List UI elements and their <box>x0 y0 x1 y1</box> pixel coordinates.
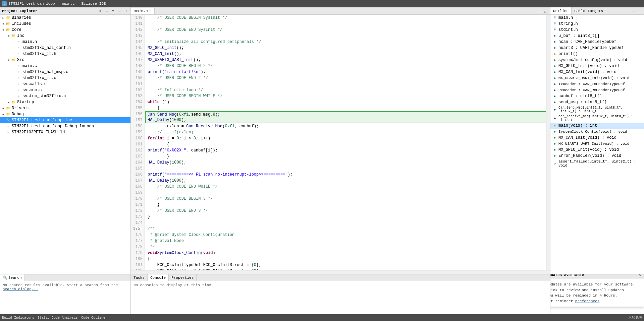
title-text: STM32F1_test_can_loop - main.c - Eclipse… <box>8 2 106 6</box>
tree-item-system[interactable]: ▶ ▪ system_stm32f1xx.c <box>0 93 130 99</box>
tab-close-icon[interactable]: × <box>149 9 151 13</box>
outline-func-icon-uart2: ◆ <box>552 141 557 146</box>
outline-item-can-receive[interactable]: ◆ can_receive_msg(uint32_t, uint8_t*) : … <box>550 114 644 123</box>
system-label: system_stm32f1xx.c <box>22 94 66 99</box>
tab-build-targets[interactable]: Build Targets <box>572 7 606 14</box>
code-line-149: printf("main start!\n"); <box>145 69 546 75</box>
minimize-panel-button[interactable]: — <box>117 8 122 14</box>
outline-item-txheader-label: TxHeader : CAN_TxHeaderTypeDef <box>558 82 625 86</box>
outline-item-u-buf[interactable]: ● u_buf : uint8_t[] <box>550 33 644 39</box>
console-no-display-text: No consoles to display at this time. <box>133 283 213 287</box>
outline-item-gpio-label: MX_GPIO_Init(void) : void <box>558 64 619 68</box>
ln-164: 164 <box>131 159 145 166</box>
outline-item-canbuf-label: canbuf : uint8_t[] <box>558 94 602 99</box>
outline-item-hcan[interactable]: ● hcan : CAN_HandleTypeDef <box>550 39 644 45</box>
outline-item-stdint-h[interactable]: # stdint.h <box>550 27 644 33</box>
notification-close-button[interactable]: × <box>639 274 641 277</box>
outline-include-icon-1: # <box>552 15 557 20</box>
ln-154: 154 <box>131 99 145 105</box>
outline-item-rxheader[interactable]: ● RxHeader : CAN_RxHeaderTypeDef <box>550 87 644 93</box>
tree-item-syscalls[interactable]: ▶ ▪ syscalls.c <box>0 81 130 87</box>
outline-item-can-init2[interactable]: ◆ MX_CAN_Init(void) : void <box>550 135 644 141</box>
ln-142: 142 <box>131 27 145 33</box>
status-right: 玩转龙虎 <box>629 315 642 320</box>
tree-item-drivers[interactable]: ▶ 📁 Drivers <box>0 105 130 111</box>
outline-item-hcan-label: hcan : CAN_HandleTypeDef <box>558 40 616 44</box>
outline-maximize-button[interactable]: □ <box>637 8 643 14</box>
outline-minimize-button[interactable]: — <box>631 8 637 14</box>
ln-162: 162 <box>131 147 145 153</box>
outline-item-assert-failed[interactable]: ◇ assert_failed(uint8_t*, uint32_t) : vo… <box>550 159 644 168</box>
outline-item-sysclock[interactable]: ◆ SystemClock_Config(void) : void <box>550 57 644 63</box>
collapse-all-button[interactable]: ≡ <box>98 8 103 14</box>
tree-item-startup[interactable]: ▶ 📁 Startup <box>0 99 130 105</box>
code-line-181: RCC_OscInitTypeDef RCC_OscInitStruct = {… <box>145 262 546 268</box>
editor-vertical-scrollbar[interactable] <box>546 15 550 270</box>
tree-item-binaries[interactable]: ▶ 📁 Binaries <box>0 15 130 21</box>
editor-horizontal-scrollbar[interactable] <box>131 270 550 274</box>
outline-item-main[interactable]: ● main(void) : int <box>550 123 644 129</box>
outline-item-uart-init2[interactable]: ◆ MX_USART3_UART_Init(void) : void <box>550 141 644 147</box>
tree-item-main-h[interactable]: ▶ ▪ main.h <box>0 39 130 45</box>
maximize-panel-button[interactable]: □ <box>123 8 128 14</box>
status-item-2: Static Code Analysis <box>38 316 78 320</box>
startup-folder-icon: 📁 <box>11 100 16 105</box>
search-dialog-link[interactable]: search dialog... <box>3 287 38 291</box>
outline-item-txheader[interactable]: ● TxHeader : CAN_TxHeaderTypeDef <box>550 81 644 87</box>
tree-item-sysmem[interactable]: ▶ ▪ sysmem.c <box>0 87 130 93</box>
tree-item-includes[interactable]: ▼ 📂 Includes <box>0 21 130 27</box>
outline-item-can-init[interactable]: ◆ MX_CAN_Init(void) : void <box>550 69 644 75</box>
tree-item-core[interactable]: ▼ 📂 Core <box>0 27 130 33</box>
outline-item-can-send[interactable]: ◆ Can_Send_Msg(uint32_t, uint8_t*, uint3… <box>550 105 644 114</box>
outline-item-canbuf[interactable]: ● canbuf : uint8_t[] <box>550 93 644 99</box>
properties-tab[interactable]: Properties <box>169 274 197 281</box>
tree-item-debug[interactable]: ▶ 📁 Debug <box>0 111 130 117</box>
code-line-142: /* USER CODE END SysInit */ <box>145 27 546 33</box>
link-with-editor-button[interactable]: ⇔ <box>104 8 109 14</box>
tree-item-main-c[interactable]: ▶ ▪ main.c <box>0 63 130 69</box>
ln-155: 155 <box>131 105 145 111</box>
editor-tab-main-c[interactable]: main.c × <box>131 8 155 14</box>
tree-item-launch[interactable]: ▶ ▪ STM32F1_test_can_loop Debug.launch <box>0 123 130 129</box>
outline-item-u-buf-label: u_buf : uint8_t[] <box>558 34 599 38</box>
outline-item-uart-init[interactable]: ◆ MX_USART3_UART_Init(void) : void <box>550 75 644 81</box>
outline-func-icon-can-receive: ◆ <box>552 116 557 121</box>
editor-maximize-button[interactable]: □ <box>543 9 548 14</box>
tree-item-flash-ld[interactable]: ▶ ▪ STM32F103RETX_FLASH.ld <box>0 129 130 135</box>
console-tab[interactable]: Console <box>148 274 169 281</box>
filter-button[interactable]: ▼ <box>110 8 116 14</box>
outline-item-error-handler[interactable]: ◆ Error_Handler(void) : void <box>550 153 644 159</box>
notification-preferences-link[interactable]: preferences <box>575 299 600 303</box>
ln-160: 160 <box>131 135 145 141</box>
outline-item-send-msg[interactable]: ● send_msg : uint8_t[] <box>550 99 644 105</box>
hal-conf-icon: ▪ <box>16 45 21 51</box>
notification-reminder-text: Set reminder <box>550 299 575 303</box>
tree-item-hal-msp[interactable]: ▶ ▪ stm32f1xx_hal_msp.c <box>0 69 130 75</box>
outline-item-gpio-init[interactable]: ◆ MX_GPIO_Init(void) : void <box>550 63 644 69</box>
console-panel-content: No consoles to display at this time. <box>131 281 550 289</box>
editor-minimize-button[interactable]: — <box>536 9 542 14</box>
tree-item-it-c[interactable]: ▶ ▪ stm32f1xx_it.c <box>0 75 130 81</box>
outline-item-huart3[interactable]: ● huart3 : UART_HandleTypeDef <box>550 45 644 51</box>
tree-item-src[interactable]: ▼ 📂 Src <box>0 57 130 63</box>
ln-159: 159 <box>131 129 145 135</box>
tree-item-it-h[interactable]: ▶ ▪ stm32f1xx_it.h <box>0 51 130 57</box>
ln-146: 146 <box>131 51 145 57</box>
tasks-tab[interactable]: Tasks <box>131 274 148 281</box>
ln-163: 163 <box>131 153 145 159</box>
outline-item-sysclock2[interactable]: ◆ SystemClock_Config(void) : void <box>550 129 644 135</box>
code-text-area[interactable]: /* USER CODE BEGIN SysInit */ /* USER CO… <box>145 15 546 270</box>
ln-165: 165 <box>131 166 145 172</box>
tab-outline[interactable]: Outline <box>550 7 572 14</box>
outline-item-printf[interactable]: ◆ printf() <box>550 51 644 57</box>
includes-label: Includes <box>12 21 31 26</box>
tree-item-ioc[interactable]: ▶ 🔧 STM32F1_test_can_loop.ioc <box>0 117 130 123</box>
tree-item-inc[interactable]: ▼ 📂 Inc <box>0 33 130 39</box>
tree-item-hal-conf[interactable]: ▶ ▪ stm32f1xx_hal_conf.h <box>0 45 130 51</box>
includes-arrow: ▼ <box>1 22 5 26</box>
outline-item-string-h[interactable]: # string.h <box>550 21 644 27</box>
outline-item-main-h[interactable]: # main.h <box>550 15 644 21</box>
outline-item-gpio-init2[interactable]: ◆ MX_GPIO_Init(void) : void <box>550 147 644 153</box>
search-tab[interactable]: 🔍 Search <box>0 274 25 281</box>
outline-item-can-receive-label: can_receive_msg(uint32_t, uint8_t*) : ui… <box>558 115 642 122</box>
